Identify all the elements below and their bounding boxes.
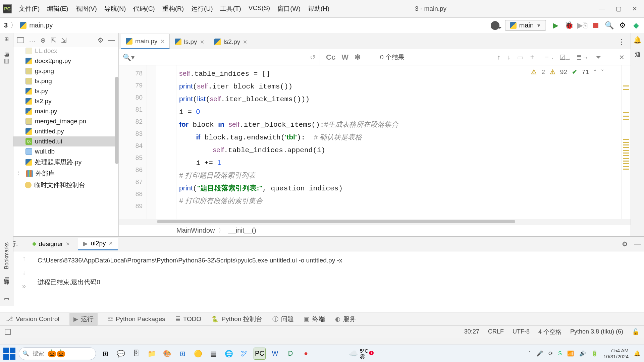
terminal-tab[interactable]: ▣终端 (304, 315, 325, 323)
run-button[interactable]: ▶ (551, 21, 559, 29)
find-history-icon[interactable]: ↺ (310, 53, 316, 61)
breadcrumb-method[interactable]: __init__() (228, 227, 256, 234)
whole-word-toggle[interactable]: W (341, 53, 348, 62)
ellipsis-icon[interactable]: … (29, 36, 36, 44)
tree-item[interactable]: docx2png.py (13, 56, 118, 66)
problems-tab[interactable]: ⓘ问题 (272, 315, 294, 323)
taskbar-search[interactable]: 🔍 搜索 🎃🎃 (19, 347, 96, 360)
tree-item-selected[interactable]: Qtuntitled.ui (13, 136, 118, 146)
hide-run-icon[interactable]: — (634, 240, 641, 248)
editor-tab[interactable]: ls.py✕ (170, 35, 209, 49)
ide-logo-icon[interactable]: ◆ (632, 21, 640, 29)
notifications-icon[interactable]: 🔔 (634, 350, 641, 357)
tree-item[interactable]: 处理题库思路.py (13, 157, 118, 168)
add-selection-icon[interactable]: +⎵ (530, 53, 538, 61)
ime-icon[interactable]: S (558, 351, 562, 357)
word-icon[interactable]: W (269, 348, 281, 360)
breadcrumb-class[interactable]: MainWindow (176, 227, 215, 234)
stop-button[interactable] (592, 21, 600, 29)
weather-widget[interactable]: ☁️ 5°C雾 1 (349, 348, 370, 359)
close-button[interactable]: ✕ (632, 5, 637, 12)
close-tab-icon[interactable]: ✕ (160, 38, 165, 45)
select-all-matches-icon[interactable]: ▭ (517, 53, 524, 61)
search-everywhere-icon[interactable]: 🔍 (605, 21, 613, 29)
indent-setting[interactable]: 4 个空格 (538, 328, 561, 336)
remove-selection-icon[interactable]: −⎵ (545, 53, 553, 61)
start-button[interactable] (3, 348, 15, 360)
run-tab[interactable]: ▶ui2py✕ (78, 238, 117, 250)
wechat-icon[interactable]: 💬 (115, 348, 127, 360)
more-output-icon[interactable]: » (22, 282, 26, 290)
menu-run[interactable]: 运行(U) (191, 4, 213, 13)
search-icon[interactable]: 🔍▾ (123, 53, 135, 61)
menu-tools[interactable]: 工具(T) (220, 4, 241, 13)
menu-code[interactable]: 代码(C) (133, 4, 155, 13)
run-config-selector[interactable]: main ▼ (505, 20, 546, 31)
tree-item[interactable]: gs.png (13, 66, 118, 76)
app-icon-3[interactable]: 🕊 (238, 348, 250, 360)
collapse-icon[interactable]: ⇲ (61, 36, 67, 44)
bookmarks-tool-label[interactable]: Bookmarks (4, 242, 10, 269)
editor-tab[interactable]: ls2.py✕ (209, 35, 253, 49)
run-output[interactable]: C:\Users\87336\AppData\Local\Programs\Py… (32, 251, 644, 312)
settings-icon[interactable]: ⚙ (619, 21, 627, 29)
menu-view[interactable]: 视图(V) (76, 4, 97, 13)
python-console-tab[interactable]: 🐍Python 控制台 (211, 315, 262, 323)
select-all-icon[interactable]: ☑⎵ (559, 53, 570, 61)
pycharm-taskbar-icon[interactable]: PC (254, 348, 266, 360)
match-case-toggle[interactable]: Cc (326, 53, 335, 62)
tree-item[interactable]: untitled.py (13, 126, 118, 136)
editor-tab[interactable]: main.py✕ (121, 34, 170, 49)
fold-gutter[interactable] (147, 65, 156, 219)
inspection-widget[interactable]: ⚠2 ⚠92 ✔71 ˄ ˅ (531, 68, 604, 76)
paint-icon[interactable]: 🎨 (161, 348, 173, 360)
filter-icon[interactable]: ⏷ (595, 53, 602, 61)
editor-h-scrollbar[interactable] (119, 219, 631, 224)
scroll-down-icon[interactable]: ↓ (22, 268, 26, 276)
caret-position[interactable]: 30:27 (464, 328, 479, 335)
readonly-lock-icon[interactable]: 🔓 (632, 328, 639, 336)
record-icon[interactable]: ● (300, 348, 312, 360)
close-run-tab-icon[interactable]: ✕ (66, 241, 70, 247)
collapse-all-icon[interactable]: ⇱ (51, 36, 56, 44)
maximize-button[interactable]: ▢ (616, 5, 622, 12)
find-input[interactable] (139, 54, 306, 61)
packages-tab[interactable]: ☲Python Packages (108, 315, 165, 323)
mic-icon[interactable]: 🎤 (536, 350, 543, 357)
close-tab-icon[interactable]: ✕ (243, 39, 247, 45)
run-tab[interactable]: designer✕ (28, 238, 75, 250)
breadcrumb-file[interactable]: main.py (29, 21, 53, 29)
menu-vcs[interactable]: VCS(S) (249, 4, 270, 13)
next-highlight-icon[interactable]: ˅ (601, 69, 604, 75)
menu-help[interactable]: 帮助(H) (308, 4, 329, 13)
menu-edit[interactable]: 编辑(E) (47, 4, 68, 13)
tree-item[interactable]: ls.png (13, 76, 118, 86)
close-tab-icon[interactable]: ✕ (200, 39, 204, 45)
version-control-tab[interactable]: ⎇Version Control (6, 315, 59, 323)
run-tab-bottom[interactable]: ▶运行 (69, 313, 98, 325)
file-encoding[interactable]: UTF-8 (513, 328, 530, 335)
expand-all-icon[interactable]: ⊕ (40, 36, 46, 44)
tree-item[interactable]: LL.docx (13, 47, 118, 56)
python-interpreter[interactable]: Python 3.8 (tiku) (6) (570, 328, 623, 335)
app-icon-4[interactable]: D (284, 348, 297, 360)
task-view-icon[interactable]: ⊞ (99, 348, 111, 360)
code-breadcrumb[interactable]: MainWindow 〉 __init__() (119, 224, 631, 236)
tool-windows-toggle[interactable] (5, 329, 11, 335)
volume-icon[interactable]: 🔊 (579, 350, 586, 357)
regex-toggle[interactable]: ✱ (355, 53, 361, 62)
todo-tab[interactable]: ≣TODO (175, 315, 202, 323)
debug-button[interactable]: 🐞 (565, 21, 573, 29)
battery-icon[interactable]: 🔋 (591, 350, 598, 357)
sync-icon[interactable]: ⟳ (548, 350, 553, 357)
select-opened-file-icon[interactable] (17, 37, 24, 43)
store-icon[interactable]: ⊞ (176, 348, 189, 360)
wifi-icon[interactable]: 📶 (567, 350, 574, 357)
services-tab[interactable]: ◐服务 (335, 315, 356, 323)
hide-tool-icon[interactable]: — (108, 36, 115, 44)
code-area[interactable]: 787980818283848586878889 self.table_indi… (119, 65, 631, 219)
app-icon-2[interactable]: ▦ (207, 348, 219, 360)
next-match-icon[interactable]: ↓ (507, 53, 511, 61)
app-icon-1[interactable]: 🗄 (130, 348, 142, 360)
scroll-up-icon[interactable]: ↑ (22, 255, 26, 262)
